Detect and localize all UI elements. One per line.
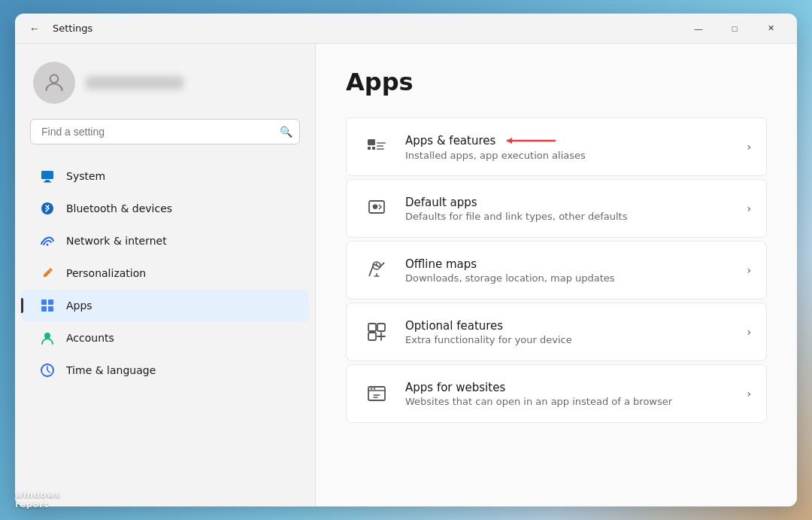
sidebar-item-apps-label: Apps xyxy=(66,300,92,312)
svg-rect-6 xyxy=(41,300,47,305)
content-area: 🔍 System xyxy=(15,44,797,506)
time-svg xyxy=(40,363,55,378)
apps-websites-desc: Websites that can open in an app instead… xyxy=(405,396,733,407)
accounts-svg xyxy=(40,330,55,345)
apps-features-title: Apps & features xyxy=(405,133,733,148)
offline-maps-title: Offline maps xyxy=(405,257,733,271)
svg-rect-25 xyxy=(368,333,376,340)
network-svg xyxy=(40,233,55,248)
sidebar-item-time-label: Time & language xyxy=(66,364,156,376)
offline-maps-icon xyxy=(362,255,392,285)
setting-item-default-apps[interactable]: Default apps Defaults for file and link … xyxy=(346,179,767,238)
personalization-icon xyxy=(39,265,56,281)
setting-item-optional-features[interactable]: Optional features Extra functionality fo… xyxy=(346,303,767,361)
sidebar-item-bluetooth[interactable]: Bluetooth & devices xyxy=(21,193,309,224)
user-icon xyxy=(42,71,66,95)
settings-list: Apps & features Installed apps, app exec… xyxy=(346,117,767,423)
optional-features-text: Optional features Extra functionality fo… xyxy=(405,319,733,345)
apps-features-desc: Installed apps, app execution aliases xyxy=(405,150,733,161)
sidebar-item-system-label: System xyxy=(66,170,105,182)
optional-features-icon xyxy=(362,317,392,347)
svg-rect-2 xyxy=(45,180,50,181)
sidebar-item-accounts[interactable]: Accounts xyxy=(21,322,309,354)
svg-point-10 xyxy=(44,333,50,339)
apps-websites-icon xyxy=(362,379,392,409)
avatar xyxy=(33,62,75,104)
sidebar-item-apps[interactable]: Apps xyxy=(21,290,309,321)
accounts-icon xyxy=(39,330,56,346)
window-title: Settings xyxy=(53,23,92,34)
maximize-button[interactable]: □ xyxy=(717,17,752,41)
svg-point-5 xyxy=(47,244,49,246)
svg-rect-13 xyxy=(368,147,371,150)
offline-maps-chevron: › xyxy=(747,264,751,276)
svg-rect-7 xyxy=(48,300,53,305)
default-apps-title: Default apps xyxy=(405,196,733,209)
svg-rect-12 xyxy=(368,139,375,145)
svg-rect-15 xyxy=(377,142,386,144)
svg-rect-9 xyxy=(48,306,53,312)
user-profile xyxy=(15,56,315,119)
sidebar-item-personalization[interactable]: Personalization xyxy=(21,257,309,289)
setting-item-offline-maps[interactable]: Offline maps Downloads, storage location… xyxy=(346,241,767,300)
default-apps-chevron: › xyxy=(747,202,751,214)
user-name xyxy=(86,76,183,90)
sidebar-item-network[interactable]: Network & internet xyxy=(21,225,309,257)
apps-websites-title: Apps for websites xyxy=(405,381,733,394)
optional-features-title: Optional features xyxy=(405,319,733,333)
default-apps-desc: Defaults for file and link types, other … xyxy=(405,211,733,222)
setting-item-apps-websites[interactable]: Apps for websites Websites that can open… xyxy=(346,364,767,423)
bluetooth-svg xyxy=(40,201,55,216)
minimize-button[interactable]: — xyxy=(681,17,716,41)
offline-maps-desc: Downloads, storage location, map updates xyxy=(405,272,733,284)
setting-item-apps-features[interactable]: Apps & features Installed apps, app exec… xyxy=(346,117,767,176)
sidebar-item-bluetooth-label: Bluetooth & devices xyxy=(66,202,172,214)
apps-websites-chevron: › xyxy=(747,388,751,400)
search-box: 🔍 xyxy=(30,119,300,144)
titlebar: ← Settings — □ ✕ xyxy=(15,14,797,44)
svg-point-27 xyxy=(371,388,372,389)
settings-window: ← Settings — □ ✕ xyxy=(15,14,797,506)
svg-rect-8 xyxy=(41,306,47,312)
apps-features-icon xyxy=(362,132,392,162)
default-apps-text: Default apps Defaults for file and link … xyxy=(405,196,733,222)
svg-rect-17 xyxy=(377,148,384,150)
back-button[interactable]: ← xyxy=(24,18,45,39)
svg-rect-3 xyxy=(44,181,51,183)
default-apps-icon xyxy=(362,193,392,224)
optional-features-desc: Extra functionality for your device xyxy=(405,334,733,345)
watermark: windows report xyxy=(15,490,61,509)
svg-rect-24 xyxy=(377,324,385,331)
time-icon xyxy=(39,362,56,379)
svg-marker-19 xyxy=(507,138,512,144)
red-arrow-annotation xyxy=(503,133,563,148)
sidebar-item-network-label: Network & internet xyxy=(66,235,167,247)
offline-maps-text: Offline maps Downloads, storage location… xyxy=(405,257,733,284)
pencil-icon xyxy=(40,266,55,281)
svg-point-0 xyxy=(50,75,59,83)
apps-features-text: Apps & features Installed apps, app exec… xyxy=(405,133,733,161)
svg-point-4 xyxy=(41,202,53,214)
sidebar: 🔍 System xyxy=(15,44,316,506)
sidebar-item-system[interactable]: System xyxy=(21,160,309,192)
svg-rect-23 xyxy=(368,324,376,331)
system-icon xyxy=(39,168,56,184)
svg-rect-14 xyxy=(372,147,375,150)
network-icon xyxy=(39,233,56,249)
apps-features-chevron: › xyxy=(747,141,751,153)
close-button[interactable]: ✕ xyxy=(753,17,788,41)
window-controls: — □ ✕ xyxy=(681,17,788,41)
apps-websites-text: Apps for websites Websites that can open… xyxy=(405,381,733,407)
svg-rect-1 xyxy=(41,171,53,179)
optional-features-chevron: › xyxy=(747,326,751,338)
bluetooth-icon xyxy=(39,200,56,217)
apps-svg xyxy=(40,298,55,313)
sidebar-item-time[interactable]: Time & language xyxy=(21,354,309,386)
titlebar-left: ← Settings xyxy=(24,18,681,39)
apps-icon xyxy=(39,297,56,314)
monitor-icon xyxy=(40,169,55,184)
search-input[interactable] xyxy=(30,119,300,144)
sidebar-item-personalization-label: Personalization xyxy=(66,267,146,279)
nav-items: System Bluetooth & devices xyxy=(15,160,315,494)
svg-rect-16 xyxy=(377,145,383,147)
